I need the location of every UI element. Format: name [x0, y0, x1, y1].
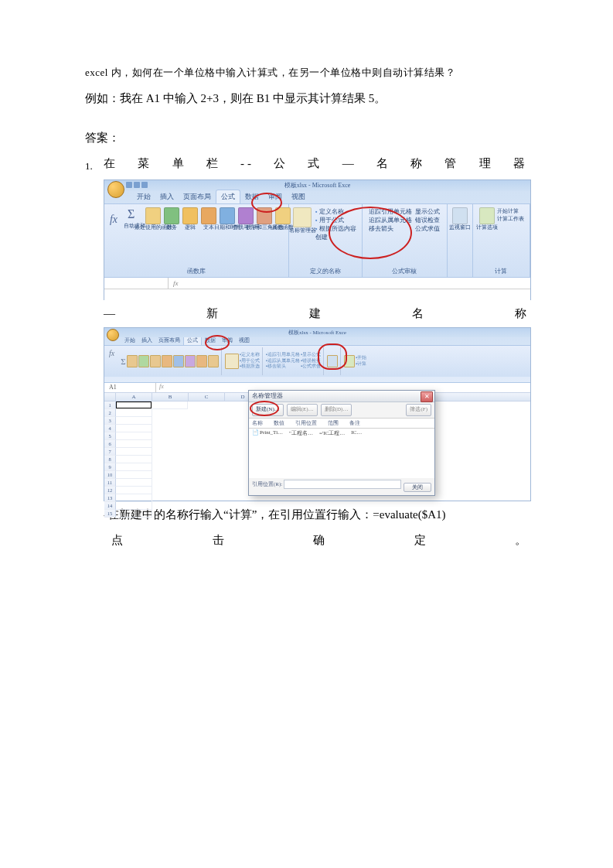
highlight-circle-name-manager	[318, 343, 347, 370]
edit-button: 编辑(E)…	[287, 404, 318, 416]
step1-text: 在菜单栏--公式—名称管理器	[104, 156, 528, 171]
logic-icon	[182, 207, 198, 224]
name-manager-icon	[293, 207, 312, 227]
calc-sheet: 计算工作表	[497, 215, 524, 224]
office-button-icon	[107, 181, 124, 198]
evaluate-formula: 公式求值	[415, 224, 440, 233]
group-calc-label: 计算	[495, 267, 507, 275]
close-button: 关闭	[404, 483, 431, 492]
ribbon: fx Σ自动求和 最近使用的函数 财务 逻辑 文本 日期和时间 查找与引用 数学…	[104, 203, 530, 277]
calc-options-icon	[479, 207, 495, 224]
tab-insert: 插入	[155, 190, 179, 203]
text-icon	[201, 207, 216, 224]
show-formulas: 显示公式	[415, 207, 440, 216]
group-funclib-label: 函数库	[187, 267, 206, 275]
name-manager-group: ▪定义名称▪用于公式▪根据所选	[225, 347, 263, 375]
ribbon-tabs: 开始 插入 页面布局 公式 数据 审阅 视图	[104, 191, 530, 203]
name-box	[104, 278, 169, 289]
group-names-label: 定义的名称	[310, 267, 341, 275]
highlight-circle-formula-tab	[251, 193, 282, 213]
answer-label: 答案：	[85, 131, 528, 145]
title-bar: 模板xlsx - Microsoft Exce	[104, 328, 530, 337]
screenshot-2: 模板xlsx - Microsoft Exce 开始 插入 页面布局 公式 数据…	[104, 327, 531, 501]
error-check: 错误检查	[415, 216, 440, 224]
group-audit-label: 公式审核	[392, 267, 417, 275]
watch-window-icon	[452, 207, 468, 224]
dialog-list-headers: 名称 数值 引用位置 范围 备注	[249, 418, 434, 429]
example-text: 例如：我在 A1 中输入 2+3，则在 B1 中显示其计算结果 5。	[85, 89, 528, 109]
name-box: A1	[104, 383, 156, 392]
window-title: 模板xlsx - Microsoft Exce	[284, 182, 351, 189]
office-button-icon	[107, 329, 119, 341]
lookup-icon	[238, 207, 254, 224]
screenshot-1: 模板xlsx - Microsoft Exce 开始 插入 页面布局 公式 数据…	[104, 179, 531, 300]
delete-button: 删除(D)…	[321, 404, 352, 416]
finance-icon	[164, 207, 179, 224]
autosum-icon: Σ	[128, 207, 141, 223]
step1-number: 1.	[85, 156, 99, 176]
fx-icon: fx	[107, 347, 117, 357]
question-text: excel 内，如何在一个单位格中输入计算式，在另一个单位格中则自动计算结果？	[85, 66, 528, 80]
formula-bar: fx	[104, 277, 530, 289]
highlight-circle-name-manager	[329, 207, 412, 259]
datetime-icon	[220, 207, 235, 224]
step4-text: 点击确定。	[85, 533, 528, 548]
dialog-list-body: Print_Ti… "工程名… ='IC工程… IC…	[249, 429, 434, 478]
dialog-title: 名称管理器 ✕	[249, 391, 434, 402]
fx-label: fx	[169, 279, 183, 287]
name-manager-label: 名称管理器	[289, 228, 316, 234]
calc-now: 开始计算	[497, 207, 524, 216]
tab-layout: 页面布局	[179, 190, 216, 203]
highlight-circle-formula-tab	[205, 335, 230, 350]
step2-text: —新建名称	[104, 306, 528, 321]
ribbon-tabs: 开始 插入 页面布局 公式 数据 审阅 视图	[104, 337, 530, 345]
fx-icon: fx	[104, 214, 123, 226]
highlight-circle-new-button	[250, 401, 279, 416]
title-bar: 模板xlsx - Microsoft Exce	[104, 180, 530, 191]
ref-input	[284, 480, 401, 489]
quick-access-toolbar	[126, 182, 148, 188]
tab-view: 视图	[287, 190, 310, 203]
tab-formulas: 公式	[216, 190, 240, 203]
close-icon: ✕	[421, 391, 433, 402]
filter-button: 筛选(F)	[406, 404, 431, 416]
tab-home: 开始	[132, 190, 155, 203]
recent-func-icon	[145, 207, 161, 224]
